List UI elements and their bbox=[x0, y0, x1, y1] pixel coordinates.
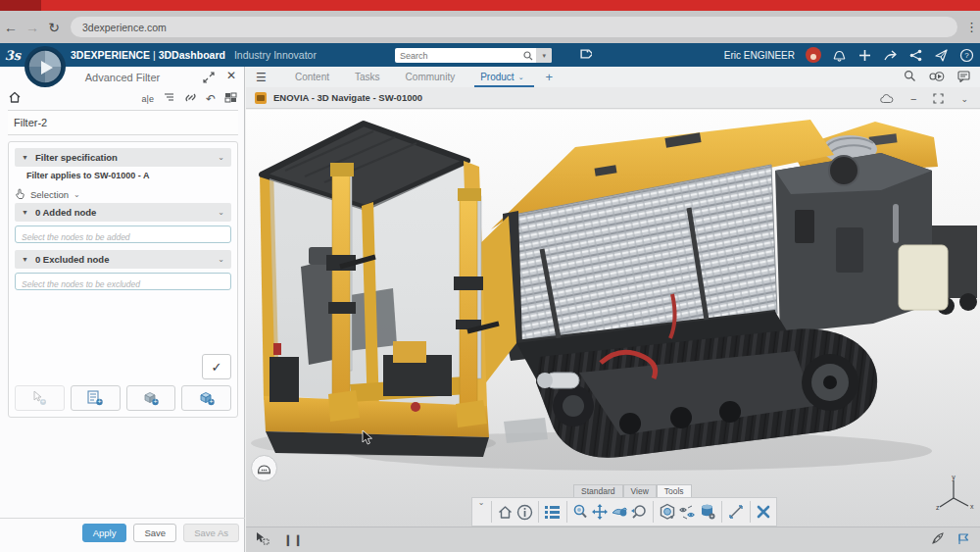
link-icon[interactable] bbox=[184, 90, 197, 108]
excluded-node-input[interactable] bbox=[16, 276, 230, 292]
chevron-down-icon[interactable]: ⌄ bbox=[218, 153, 224, 162]
filter-spec-section-header[interactable]: ▼ Filter specification ⌄ bbox=[15, 148, 231, 167]
viewer-status-bar: ❙❙ bbox=[246, 527, 980, 552]
compare-views-icon[interactable] bbox=[678, 500, 697, 524]
chat-icon[interactable] bbox=[957, 69, 970, 86]
hamburger-menu-icon[interactable]: ☰ bbox=[256, 73, 270, 82]
browser-toolbar: ← → ↻ 3dexperience.com ⋮ bbox=[0, 11, 980, 43]
share-nodes-icon[interactable] bbox=[908, 48, 923, 63]
fly-mode-icon[interactable] bbox=[611, 500, 628, 524]
expand-panel-icon[interactable] bbox=[203, 70, 215, 87]
filter-list-icon[interactable] bbox=[163, 90, 175, 108]
apply-button[interactable]: Apply bbox=[82, 524, 127, 542]
media-play-icon[interactable] bbox=[929, 69, 945, 86]
hand-pointer-icon bbox=[15, 185, 25, 203]
selection-dropdown[interactable]: Selection ⌄ bbox=[15, 185, 80, 203]
close-panel-icon[interactable]: ✕ bbox=[226, 70, 236, 87]
dashboard-tab-bar: ☰ Content Tasks Community Product ⌄ + bbox=[246, 67, 980, 87]
model-tree-icon[interactable] bbox=[544, 500, 562, 524]
chevron-down-icon[interactable]: ⌄ bbox=[218, 255, 224, 264]
3d-viewport[interactable]: Standard View Tools ⌄ bbox=[246, 110, 980, 527]
robot-assistant-button[interactable] bbox=[251, 455, 277, 481]
chevron-down-icon: ⌄ bbox=[74, 190, 80, 199]
added-node-input[interactable] bbox=[16, 229, 230, 245]
pause-icon[interactable]: ❙❙ bbox=[283, 533, 303, 546]
pick-product-add-button[interactable]: + bbox=[181, 385, 231, 411]
pick-component-add-button[interactable]: + bbox=[126, 385, 176, 411]
svg-text:+: + bbox=[41, 398, 45, 405]
tab-community[interactable]: Community bbox=[406, 67, 456, 87]
toolbar-collapse-icon[interactable]: ⌄ bbox=[476, 498, 486, 507]
brand-secondary: 3DDashboard bbox=[159, 49, 225, 61]
chevron-down-icon[interactable]: ⌄ bbox=[518, 74, 524, 81]
pick-from-list-add-button[interactable]: + bbox=[71, 385, 121, 411]
help-icon[interactable]: ? bbox=[959, 48, 974, 63]
browser-forward-icon[interactable]: → bbox=[22, 20, 43, 35]
widget-menu-chevron-icon[interactable]: ⌄ bbox=[960, 94, 968, 104]
excluded-node-section-header[interactable]: ▼ 0 Excluded node ⌄ bbox=[15, 250, 231, 269]
search-input[interactable] bbox=[395, 51, 519, 61]
svg-text:+: + bbox=[98, 398, 102, 405]
screen: ← → ↻ 3dexperience.com ⋮ 3s 3DEXPERIENCE… bbox=[0, 0, 980, 552]
add-tab-icon[interactable]: + bbox=[546, 70, 554, 84]
validate-filter-button[interactable]: ✓ bbox=[202, 354, 231, 379]
layout-grid-icon[interactable] bbox=[224, 90, 237, 108]
tab-content[interactable]: Content bbox=[295, 67, 329, 87]
pick-cursor-add-button[interactable]: + bbox=[15, 385, 65, 411]
caret-down-icon: ▼ bbox=[22, 209, 28, 216]
added-node-field bbox=[15, 226, 231, 243]
info-icon[interactable] bbox=[516, 500, 534, 524]
user-avatar[interactable] bbox=[806, 47, 821, 63]
filter-name-field[interactable] bbox=[8, 110, 238, 135]
3dcompass-icon[interactable] bbox=[24, 45, 67, 88]
viewer-tab-tools[interactable]: Tools bbox=[657, 484, 692, 497]
search-scope-dropdown-icon[interactable]: ▾ bbox=[536, 48, 552, 63]
home-icon[interactable] bbox=[8, 90, 22, 108]
rocket-icon[interactable] bbox=[931, 531, 944, 549]
search-page-icon[interactable] bbox=[904, 69, 916, 86]
chevron-down-icon[interactable]: ⌄ bbox=[218, 208, 224, 217]
close-toolbar-icon[interactable] bbox=[755, 500, 772, 524]
rename-icon[interactable]: a|e bbox=[142, 94, 154, 104]
save-button[interactable]: Save bbox=[133, 524, 176, 542]
launcher-plane-icon[interactable] bbox=[934, 48, 949, 63]
global-search[interactable]: ▾ bbox=[395, 48, 552, 63]
axis-x-label: x bbox=[970, 503, 974, 510]
enovia-app-icon bbox=[255, 92, 267, 104]
select-mode-icon[interactable] bbox=[256, 531, 270, 549]
viewer-tab-standard[interactable]: Standard bbox=[573, 484, 623, 497]
machine-3d-model bbox=[246, 110, 980, 527]
fullscreen-widget-icon[interactable] bbox=[933, 90, 944, 108]
tab-product[interactable]: Product ⌄ bbox=[480, 67, 523, 87]
browser-reload-icon[interactable]: ↻ bbox=[43, 20, 65, 35]
browser-back-icon[interactable]: ← bbox=[0, 20, 22, 35]
add-content-icon[interactable] bbox=[858, 48, 872, 63]
render-style-icon[interactable] bbox=[659, 500, 676, 524]
tag-icon[interactable] bbox=[578, 47, 592, 65]
save-as-button[interactable]: Save As bbox=[183, 524, 239, 542]
selection-label: Selection bbox=[30, 189, 69, 200]
zoom-area-icon[interactable] bbox=[630, 500, 648, 524]
data-settings-icon[interactable] bbox=[699, 500, 716, 524]
widget-header: ENOVIA - 3D Navigate - SW-01000 bbox=[246, 87, 980, 109]
appbar-user-area: Eric ENGINEER ? bbox=[724, 43, 974, 67]
home-view-icon[interactable] bbox=[497, 500, 514, 524]
tab-tasks[interactable]: Tasks bbox=[355, 67, 380, 87]
added-node-section-header[interactable]: ▼ 0 Added node ⌄ bbox=[15, 203, 231, 222]
notifications-icon[interactable] bbox=[832, 48, 847, 63]
undo-icon[interactable]: ↶ bbox=[206, 93, 216, 105]
measure-icon[interactable] bbox=[727, 500, 745, 524]
share-arrow-icon[interactable] bbox=[883, 48, 898, 63]
flag-icon[interactable] bbox=[957, 531, 970, 549]
axis-y-label: y bbox=[952, 475, 956, 481]
viewer-tab-view[interactable]: View bbox=[623, 484, 657, 497]
filter-name-input[interactable] bbox=[8, 117, 238, 128]
app-brand: 3DEXPERIENCE | 3DDashboard Industry Inno… bbox=[71, 49, 317, 61]
pan-icon[interactable] bbox=[591, 500, 609, 524]
search-icon[interactable] bbox=[519, 48, 536, 63]
address-bar[interactable]: 3dexperience.com bbox=[71, 17, 957, 37]
user-name[interactable]: Eric ENGINEER bbox=[724, 50, 795, 61]
zoom-icon[interactable] bbox=[571, 500, 589, 524]
minimize-widget-icon[interactable]: − bbox=[910, 93, 916, 105]
browser-menu-icon[interactable]: ⋮ bbox=[965, 20, 977, 34]
